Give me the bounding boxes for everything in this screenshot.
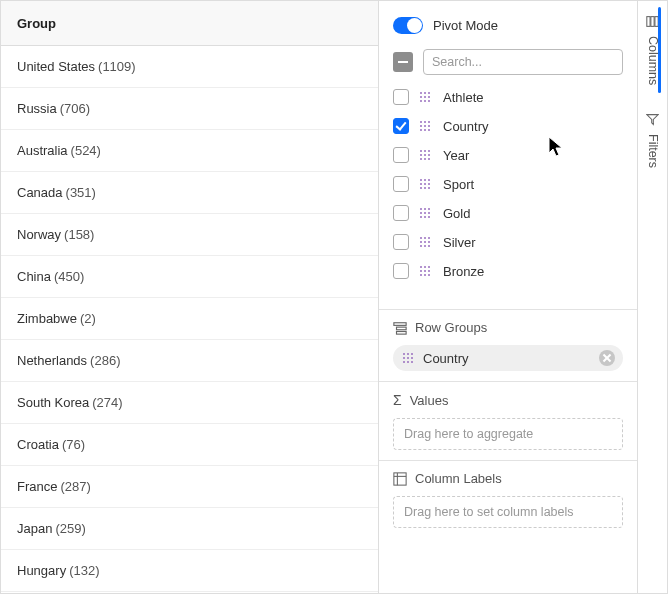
pivot-mode-row: Pivot Mode <box>379 1 637 49</box>
group-row[interactable]: Norway(158) <box>1 214 378 256</box>
column-label: Year <box>443 148 469 163</box>
row-groups-header: Row Groups <box>393 320 623 335</box>
grid-scroll-viewport[interactable]: United States(1109) Russia(706) Australi… <box>1 46 378 593</box>
column-checkbox[interactable] <box>393 234 409 250</box>
group-name: Japan <box>17 521 52 536</box>
column-item-silver[interactable]: Silver <box>393 232 623 252</box>
group-row[interactable]: Canada(351) <box>1 172 378 214</box>
app-root: Group United States(1109) Russia(706) Au… <box>0 0 668 594</box>
column-header-label: Group <box>17 16 56 31</box>
column-label: Gold <box>443 206 470 221</box>
column-labels-section: Column Labels Drag here to set column la… <box>379 460 637 538</box>
column-item-gold[interactable]: Gold <box>393 203 623 223</box>
drag-handle-icon[interactable] <box>420 90 432 104</box>
column-labels-placeholder: Drag here to set column labels <box>404 505 574 519</box>
column-checkbox[interactable] <box>393 147 409 163</box>
column-header-group[interactable]: Group <box>1 1 378 46</box>
group-name: Croatia <box>17 437 59 452</box>
column-checkbox[interactable] <box>393 263 409 279</box>
group-count: (450) <box>54 269 84 284</box>
svg-rect-0 <box>394 322 406 325</box>
row-group-chip-country[interactable]: Country <box>393 345 623 371</box>
grid-body: United States(1109) Russia(706) Australi… <box>1 46 378 593</box>
values-header: Σ Values <box>393 392 623 408</box>
group-row[interactable]: China(450) <box>1 256 378 298</box>
pivot-icon <box>393 472 407 486</box>
group-name: South Korea <box>17 395 89 410</box>
drag-handle-icon[interactable] <box>420 235 432 249</box>
collapse-all-button[interactable] <box>393 52 413 72</box>
side-tab-filters[interactable]: Filters <box>646 99 660 182</box>
group-row[interactable]: South Korea(274) <box>1 382 378 424</box>
group-name: France <box>17 479 57 494</box>
values-drop-zone[interactable]: Drag here to aggregate <box>393 418 623 450</box>
row-groups-icon <box>393 321 407 335</box>
group-row[interactable]: Croatia(76) <box>1 424 378 466</box>
group-name: Norway <box>17 227 61 242</box>
svg-rect-3 <box>394 472 406 484</box>
column-search-row <box>379 49 637 85</box>
column-checkbox[interactable] <box>393 205 409 221</box>
group-name: Russia <box>17 101 57 116</box>
group-row[interactable]: Netherlands(286) <box>1 340 378 382</box>
column-checkbox[interactable] <box>393 118 409 134</box>
drag-handle-icon[interactable] <box>420 264 432 278</box>
group-row[interactable]: United States(1109) <box>1 46 378 88</box>
side-tabs: Columns Filters <box>637 1 667 593</box>
group-name: Canada <box>17 185 63 200</box>
column-labels-drop-zone[interactable]: Drag here to set column labels <box>393 496 623 528</box>
svg-rect-2 <box>397 331 407 334</box>
column-item-sport[interactable]: Sport <box>393 174 623 194</box>
group-count: (1109) <box>98 59 136 74</box>
svg-rect-6 <box>647 17 650 27</box>
row-groups-section: Row Groups Country <box>379 309 637 381</box>
group-row[interactable]: Zimbabwe(2) <box>1 298 378 340</box>
column-label: Sport <box>443 177 474 192</box>
column-item-country[interactable]: Country <box>393 116 623 136</box>
columns-list: Athlete Country Year Sport Gold <box>379 85 637 291</box>
side-tab-columns[interactable]: Columns <box>646 1 660 99</box>
remove-chip-icon[interactable] <box>599 350 615 366</box>
row-groups-title: Row Groups <box>415 320 487 335</box>
group-name: Netherlands <box>17 353 87 368</box>
column-item-athlete[interactable]: Athlete <box>393 87 623 107</box>
column-search-input[interactable] <box>423 49 623 75</box>
side-tab-label: Filters <box>646 134 660 168</box>
group-row[interactable]: Russia(706) <box>1 88 378 130</box>
side-tab-label: Columns <box>646 36 660 85</box>
group-count: (2) <box>80 311 96 326</box>
drag-handle-icon[interactable] <box>420 206 432 220</box>
group-row[interactable]: Japan(259) <box>1 508 378 550</box>
column-label: Athlete <box>443 90 483 105</box>
column-label: Country <box>443 119 489 134</box>
sigma-icon: Σ <box>393 392 402 408</box>
drag-handle-icon[interactable] <box>403 351 415 365</box>
group-row[interactable]: France(287) <box>1 466 378 508</box>
pivot-mode-toggle[interactable] <box>393 17 423 34</box>
group-count: (351) <box>66 185 96 200</box>
column-label: Silver <box>443 235 476 250</box>
group-row[interactable]: Hungary(132) <box>1 550 378 592</box>
svg-rect-7 <box>651 17 654 27</box>
column-label: Bronze <box>443 264 484 279</box>
values-section: Σ Values Drag here to aggregate <box>379 381 637 460</box>
group-count: (274) <box>92 395 122 410</box>
group-count: (524) <box>71 143 101 158</box>
drag-handle-icon[interactable] <box>420 177 432 191</box>
columns-tool-panel: Pivot Mode Athlete Country Year <box>379 1 637 593</box>
group-count: (706) <box>60 101 90 116</box>
group-name: Hungary <box>17 563 66 578</box>
values-title: Values <box>410 393 449 408</box>
drag-handle-icon[interactable] <box>420 148 432 162</box>
column-checkbox[interactable] <box>393 176 409 192</box>
column-checkbox[interactable] <box>393 89 409 105</box>
group-row[interactable]: Australia(524) <box>1 130 378 172</box>
group-name: United States <box>17 59 95 74</box>
group-count: (259) <box>55 521 85 536</box>
drag-handle-icon[interactable] <box>420 119 432 133</box>
column-item-bronze[interactable]: Bronze <box>393 261 623 281</box>
columns-icon <box>646 15 659 28</box>
group-name: Zimbabwe <box>17 311 77 326</box>
column-item-year[interactable]: Year <box>393 145 623 165</box>
grid-panel: Group United States(1109) Russia(706) Au… <box>1 1 379 593</box>
